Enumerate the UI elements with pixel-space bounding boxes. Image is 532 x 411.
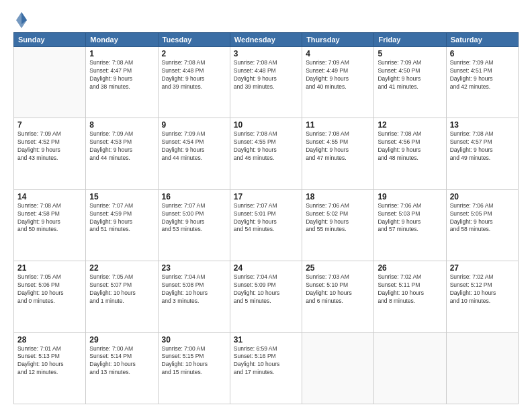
calendar-cell: 2Sunrise: 7:08 AM Sunset: 4:48 PM Daylig…	[158, 47, 230, 118]
day-number: 1	[89, 49, 154, 58]
cell-info: Sunrise: 7:05 AM Sunset: 5:06 PM Dayligh…	[17, 273, 82, 306]
day-number: 20	[450, 192, 515, 201]
calendar-table: SundayMondayTuesdayWednesdayThursdayFrid…	[13, 32, 519, 404]
day-number: 11	[306, 120, 370, 130]
calendar-cell: 19Sunrise: 7:06 AM Sunset: 5:03 PM Dayli…	[374, 189, 446, 261]
cell-info: Sunrise: 7:08 AM Sunset: 4:47 PM Dayligh…	[89, 59, 154, 91]
calendar-cell: 8Sunrise: 7:09 AM Sunset: 4:53 PM Daylig…	[86, 118, 158, 189]
day-number: 27	[450, 263, 515, 273]
calendar-cell: 16Sunrise: 7:07 AM Sunset: 5:00 PM Dayli…	[158, 189, 230, 261]
day-number: 25	[306, 263, 370, 273]
day-number: 18	[306, 192, 370, 201]
day-number: 12	[378, 120, 442, 130]
calendar-cell: 13Sunrise: 7:08 AM Sunset: 4:57 PM Dayli…	[446, 118, 518, 189]
cell-info: Sunrise: 7:09 AM Sunset: 4:50 PM Dayligh…	[378, 59, 442, 91]
calendar-week-row: 14Sunrise: 7:08 AM Sunset: 4:58 PM Dayli…	[14, 189, 519, 261]
cell-info: Sunrise: 7:08 AM Sunset: 4:56 PM Dayligh…	[378, 130, 442, 163]
cell-info: Sunrise: 7:08 AM Sunset: 4:55 PM Dayligh…	[234, 130, 298, 163]
day-number: 22	[89, 263, 154, 273]
logo-icon	[15, 11, 28, 30]
calendar-week-row: 21Sunrise: 7:05 AM Sunset: 5:06 PM Dayli…	[14, 261, 519, 332]
calendar-cell: 20Sunrise: 7:06 AM Sunset: 5:05 PM Dayli…	[446, 189, 518, 261]
calendar-header-cell: Thursday	[302, 33, 374, 47]
day-number: 15	[89, 192, 154, 201]
cell-info: Sunrise: 7:09 AM Sunset: 4:51 PM Dayligh…	[450, 59, 515, 91]
cell-info: Sunrise: 7:04 AM Sunset: 5:08 PM Dayligh…	[162, 273, 226, 306]
day-number: 3	[234, 49, 298, 58]
calendar-cell: 29Sunrise: 7:00 AM Sunset: 5:14 PM Dayli…	[86, 332, 158, 404]
day-number: 23	[162, 263, 226, 273]
cell-info: Sunrise: 7:09 AM Sunset: 4:54 PM Dayligh…	[162, 130, 226, 163]
logo	[13, 11, 28, 27]
calendar-body: 1Sunrise: 7:08 AM Sunset: 4:47 PM Daylig…	[14, 47, 519, 404]
cell-info: Sunrise: 7:08 AM Sunset: 4:55 PM Dayligh…	[306, 130, 370, 163]
cell-info: Sunrise: 7:02 AM Sunset: 5:12 PM Dayligh…	[450, 273, 515, 306]
calendar-header-cell: Tuesday	[158, 33, 230, 47]
cell-info: Sunrise: 7:02 AM Sunset: 5:11 PM Dayligh…	[378, 273, 442, 306]
calendar-cell: 17Sunrise: 7:07 AM Sunset: 5:01 PM Dayli…	[230, 189, 302, 261]
calendar-header-cell: Monday	[86, 33, 158, 47]
calendar-cell: 7Sunrise: 7:09 AM Sunset: 4:52 PM Daylig…	[14, 118, 86, 189]
cell-info: Sunrise: 7:07 AM Sunset: 5:00 PM Dayligh…	[162, 202, 226, 234]
page: SundayMondayTuesdayWednesdayThursdayFrid…	[0, 0, 532, 411]
cell-info: Sunrise: 7:04 AM Sunset: 5:09 PM Dayligh…	[234, 273, 298, 306]
calendar-header-cell: Saturday	[446, 33, 518, 47]
calendar-cell: 3Sunrise: 7:08 AM Sunset: 4:48 PM Daylig…	[230, 47, 302, 118]
calendar-cell: 27Sunrise: 7:02 AM Sunset: 5:12 PM Dayli…	[446, 261, 518, 332]
day-number: 7	[17, 120, 82, 130]
calendar-cell: 14Sunrise: 7:08 AM Sunset: 4:58 PM Dayli…	[14, 189, 86, 261]
day-number: 6	[450, 49, 515, 58]
calendar-cell: 30Sunrise: 7:00 AM Sunset: 5:15 PM Dayli…	[158, 332, 230, 404]
calendar-cell: 12Sunrise: 7:08 AM Sunset: 4:56 PM Dayli…	[374, 118, 446, 189]
day-number: 30	[162, 335, 226, 345]
calendar-cell: 21Sunrise: 7:05 AM Sunset: 5:06 PM Dayli…	[14, 261, 86, 332]
calendar-cell: 11Sunrise: 7:08 AM Sunset: 4:55 PM Dayli…	[302, 118, 374, 189]
day-number: 26	[378, 263, 442, 273]
day-number: 4	[306, 49, 370, 58]
day-number: 16	[162, 192, 226, 201]
day-number: 2	[162, 49, 226, 58]
calendar-header-row: SundayMondayTuesdayWednesdayThursdayFrid…	[14, 33, 519, 47]
calendar-cell: 1Sunrise: 7:08 AM Sunset: 4:47 PM Daylig…	[86, 47, 158, 118]
cell-info: Sunrise: 7:08 AM Sunset: 4:58 PM Dayligh…	[17, 202, 82, 234]
cell-info: Sunrise: 7:07 AM Sunset: 4:59 PM Dayligh…	[89, 202, 154, 234]
calendar-week-row: 1Sunrise: 7:08 AM Sunset: 4:47 PM Daylig…	[14, 47, 519, 118]
cell-info: Sunrise: 7:08 AM Sunset: 4:48 PM Dayligh…	[234, 59, 298, 91]
day-number: 5	[378, 49, 442, 58]
calendar-cell: 25Sunrise: 7:03 AM Sunset: 5:10 PM Dayli…	[302, 261, 374, 332]
cell-info: Sunrise: 7:06 AM Sunset: 5:05 PM Dayligh…	[450, 202, 515, 234]
calendar-week-row: 28Sunrise: 7:01 AM Sunset: 5:13 PM Dayli…	[14, 332, 519, 404]
day-number: 28	[17, 335, 82, 345]
day-number: 9	[162, 120, 226, 130]
calendar-header-cell: Sunday	[14, 33, 86, 47]
cell-info: Sunrise: 7:08 AM Sunset: 4:57 PM Dayligh…	[450, 130, 515, 163]
day-number: 19	[378, 192, 442, 201]
calendar-cell: 10Sunrise: 7:08 AM Sunset: 4:55 PM Dayli…	[230, 118, 302, 189]
cell-info: Sunrise: 7:00 AM Sunset: 5:15 PM Dayligh…	[162, 345, 226, 377]
calendar-cell: 23Sunrise: 7:04 AM Sunset: 5:08 PM Dayli…	[158, 261, 230, 332]
day-number: 8	[89, 120, 154, 130]
day-number: 10	[234, 120, 298, 130]
cell-info: Sunrise: 7:07 AM Sunset: 5:01 PM Dayligh…	[234, 202, 298, 234]
cell-info: Sunrise: 7:09 AM Sunset: 4:53 PM Dayligh…	[89, 130, 154, 163]
day-number: 14	[17, 192, 82, 201]
calendar-header-cell: Wednesday	[230, 33, 302, 47]
calendar-cell: 28Sunrise: 7:01 AM Sunset: 5:13 PM Dayli…	[14, 332, 86, 404]
day-number: 13	[450, 120, 515, 130]
calendar-cell: 6Sunrise: 7:09 AM Sunset: 4:51 PM Daylig…	[446, 47, 518, 118]
calendar-cell: 31Sunrise: 6:59 AM Sunset: 5:16 PM Dayli…	[230, 332, 302, 404]
cell-info: Sunrise: 7:06 AM Sunset: 5:02 PM Dayligh…	[306, 202, 370, 234]
day-number: 17	[234, 192, 298, 201]
calendar-cell	[302, 332, 374, 404]
calendar-cell: 18Sunrise: 7:06 AM Sunset: 5:02 PM Dayli…	[302, 189, 374, 261]
day-number: 21	[17, 263, 82, 273]
calendar-header-cell: Friday	[374, 33, 446, 47]
calendar-cell	[374, 332, 446, 404]
day-number: 24	[234, 263, 298, 273]
calendar-cell: 24Sunrise: 7:04 AM Sunset: 5:09 PM Dayli…	[230, 261, 302, 332]
calendar-cell	[446, 332, 518, 404]
cell-info: Sunrise: 7:09 AM Sunset: 4:49 PM Dayligh…	[306, 59, 370, 91]
cell-info: Sunrise: 7:09 AM Sunset: 4:52 PM Dayligh…	[17, 130, 82, 163]
calendar-cell: 15Sunrise: 7:07 AM Sunset: 4:59 PM Dayli…	[86, 189, 158, 261]
cell-info: Sunrise: 7:01 AM Sunset: 5:13 PM Dayligh…	[17, 345, 82, 377]
